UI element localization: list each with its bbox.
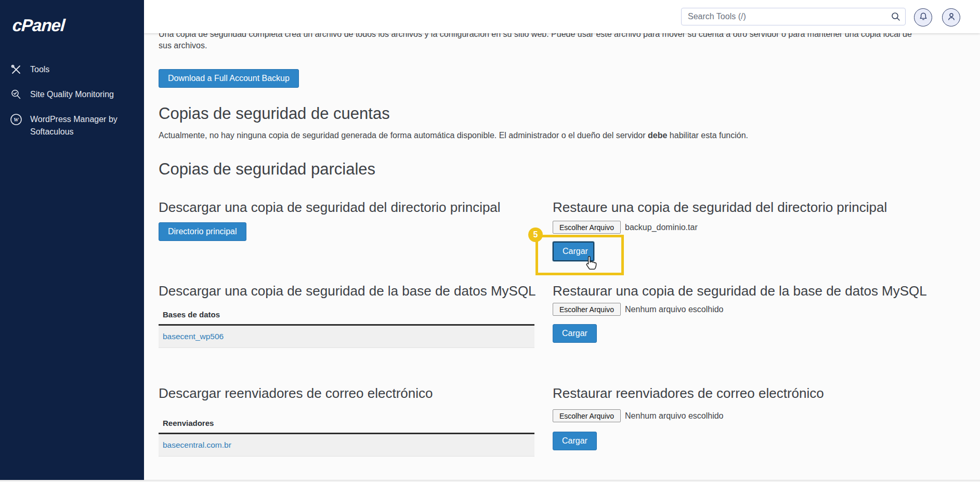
upload-button-mysql[interactable]: Cargar <box>553 324 597 343</box>
choose-file-button-mysql[interactable]: Escolher Arquivo <box>553 303 621 316</box>
top-bar <box>144 0 980 33</box>
accounts-backups-note: Actualmente, no hay ninguna copia de seg… <box>159 131 980 140</box>
upload-button-forwarders[interactable]: Cargar <box>553 432 597 450</box>
notifications-button[interactable] <box>914 8 932 26</box>
sidebar: cPanel Tools Site Quality Monitoring W W… <box>0 0 144 480</box>
forwarders-restore-title: Restaurar reenviadores de correo electró… <box>553 384 953 402</box>
sidebar-item-label: WordPress Manager by Softaculous <box>30 113 134 138</box>
file-status-forwarders: Nenhum arquivo escolhido <box>625 411 723 421</box>
cursor-icon <box>584 256 597 272</box>
mysql-download-title: Descargar una copia de seguridad de la b… <box>159 282 546 300</box>
wordpress-icon: W <box>9 113 23 126</box>
forwarders-restore-section: Restaurar reenviadores de correo electró… <box>553 384 980 457</box>
sidebar-item-wordpress-manager[interactable]: W WordPress Manager by Softaculous <box>0 107 144 144</box>
forwarders-table-header: Reenviadores <box>159 416 534 434</box>
bell-icon <box>919 12 928 23</box>
step-badge: 5 <box>528 227 543 242</box>
sidebar-item-tools[interactable]: Tools <box>0 57 144 82</box>
cpanel-logo: cPanel <box>12 16 145 35</box>
site-quality-monitoring-icon <box>9 88 23 101</box>
search-input[interactable] <box>681 8 906 25</box>
home-restore-title: Restaure una copia de seguridad del dire… <box>553 198 953 216</box>
search-icon[interactable] <box>891 12 900 23</box>
tools-icon <box>9 63 23 76</box>
download-full-backup-button[interactable]: Download a Full Account Backup <box>159 69 299 88</box>
forwarders-download-section: Descargar reenviadores de correo electró… <box>159 384 553 457</box>
table-row[interactable]: basecentral.com.br <box>159 434 534 457</box>
database-backup-link[interactable]: basecent_wp506 <box>163 332 224 341</box>
forwarders-download-title: Descargar reenviadores de correo electró… <box>159 384 546 402</box>
window-bottom-edge <box>0 480 980 482</box>
databases-table-header: Bases de datos <box>159 307 534 326</box>
partial-backups-title: Copias de seguridad parciales <box>159 159 980 180</box>
svg-text:W: W <box>14 116 19 123</box>
search-box <box>681 8 906 25</box>
sidebar-item-site-quality-monitoring[interactable]: Site Quality Monitoring <box>0 82 144 107</box>
sidebar-item-label: Tools <box>30 63 49 76</box>
forwarders-table: Reenviadores basecentral.com.br <box>159 416 534 457</box>
home-download-section: Descargar una copia de seguridad del dir… <box>159 198 553 282</box>
mysql-restore-title: Restaurar una copia de seguridad de la b… <box>553 282 953 300</box>
table-row[interactable]: basecent_wp506 <box>159 326 534 348</box>
file-status-mysql: Nenhum arquivo escolhido <box>625 305 723 314</box>
forwarder-backup-link[interactable]: basecentral.com.br <box>163 440 231 449</box>
databases-table: Bases de datos basecent_wp506 <box>159 307 534 348</box>
home-restore-section: Restaure una copia de seguridad del dire… <box>553 198 980 282</box>
mysql-download-section: Descargar una copia de seguridad de la b… <box>159 282 553 384</box>
accounts-backups-title: Copias de seguridad de cuentas <box>159 103 980 124</box>
choose-file-button-forwarders[interactable]: Escolher Arquivo <box>553 409 621 422</box>
choose-file-button-home[interactable]: Escolher Arquivo <box>553 221 621 234</box>
home-download-title: Descargar una copia de seguridad del dir… <box>159 198 546 216</box>
sidebar-item-label: Site Quality Monitoring <box>30 88 114 101</box>
chosen-file-name: backup_dominio.tar <box>625 223 698 232</box>
sidebar-nav: Tools Site Quality Monitoring W WordPres… <box>0 57 144 144</box>
account-button[interactable] <box>942 8 960 26</box>
user-icon <box>947 12 956 23</box>
mysql-restore-section: Restaurar una copia de seguridad de la b… <box>553 282 980 384</box>
home-directory-button[interactable]: Directorio principal <box>159 222 246 241</box>
main-content: Una copia de seguridad completa crea un … <box>144 0 980 480</box>
